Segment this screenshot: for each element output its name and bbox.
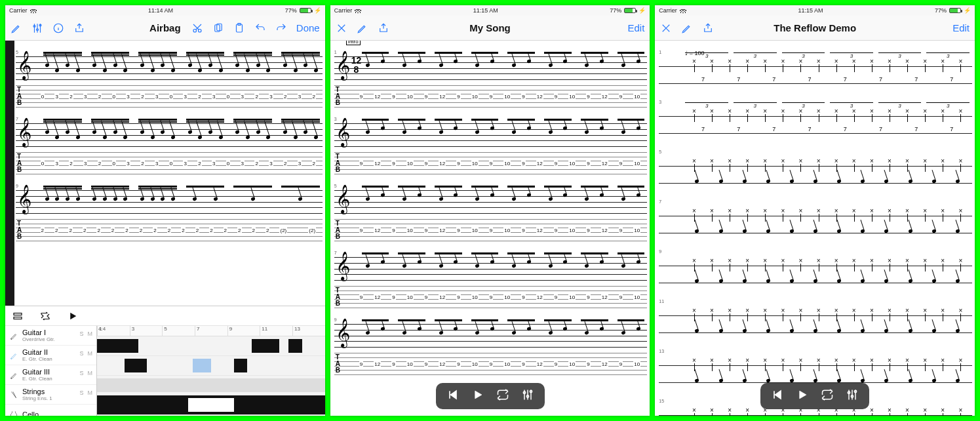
drum-staff: ♩ = 100333333×××××××××××××××× (659, 59, 972, 73)
section-icon[interactable] (12, 310, 24, 322)
x-notehead: × (692, 257, 696, 264)
solo-button[interactable]: S (79, 331, 83, 337)
notehead (861, 179, 865, 184)
pencil-icon[interactable] (681, 22, 693, 34)
timeline[interactable]: 4:4 135791113 (97, 326, 325, 416)
notehead (766, 179, 770, 184)
timeline-lane[interactable] (97, 376, 325, 395)
tab-staff: TAB 912910912910910912910912910 (334, 353, 648, 375)
play-icon[interactable] (471, 388, 484, 404)
mute-button[interactable]: M (88, 331, 93, 337)
mixer-icon[interactable] (521, 388, 534, 404)
music-system: 7×××××××××××××××× (659, 194, 972, 240)
mute-button[interactable]: M (88, 350, 93, 357)
x-notehead: × (888, 307, 892, 314)
track-row[interactable]: StringsString Ens. 1 SM (5, 385, 96, 405)
x-notehead: × (799, 257, 803, 264)
track-row[interactable]: Cello (5, 405, 96, 416)
x-notehead: × (745, 407, 749, 414)
staff: 𝄞 128 (334, 56, 648, 80)
close-icon[interactable] (336, 22, 347, 34)
music-system: 1 Intro 𝄞 128 (334, 45, 648, 108)
track-row[interactable]: Guitar IIIE. Gtr. Clean SM (5, 365, 96, 385)
device-1: Carrier 11:14 AM 77% ⚡ Airbag Done (5, 5, 325, 416)
mute-button[interactable]: M (88, 390, 93, 396)
x-notehead: × (728, 207, 732, 214)
play-icon[interactable] (67, 310, 79, 322)
edit-button[interactable]: Edit (952, 22, 970, 33)
solo-button[interactable]: S (79, 370, 83, 376)
x-notehead: × (745, 257, 749, 264)
edit-button[interactable]: Edit (627, 22, 644, 33)
navbar: My Song Edit (330, 16, 650, 41)
close-icon[interactable] (660, 22, 672, 34)
track-headers: Guitar IOverdrive Gtr. SM Guitar IIE. Gt… (5, 326, 97, 416)
loop-icon[interactable] (821, 388, 834, 404)
x-notehead: × (817, 307, 821, 314)
charging-icon: ⚡ (314, 7, 321, 14)
x-notehead: × (941, 207, 945, 214)
cut-icon[interactable] (191, 22, 203, 34)
info-icon[interactable] (52, 22, 64, 34)
notehead (813, 279, 817, 283)
mute-button[interactable]: M (88, 370, 93, 376)
timeline-lane[interactable] (97, 395, 325, 415)
redo-icon[interactable] (275, 22, 287, 34)
score-gutter (5, 41, 14, 306)
share-icon[interactable] (702, 22, 714, 34)
mixer-icon[interactable] (31, 22, 43, 34)
x-notehead: × (781, 207, 785, 214)
wifi-icon (30, 8, 37, 13)
track-row[interactable]: Guitar IOverdrive Gtr. SM (5, 326, 96, 346)
loop-icon[interactable] (39, 310, 51, 322)
x-notehead: × (817, 157, 821, 165)
x-notehead: × (941, 357, 945, 364)
solo-button[interactable]: S (79, 390, 83, 396)
timeline-lane[interactable] (97, 336, 325, 356)
paste-icon[interactable] (233, 22, 245, 34)
selected-clip (193, 359, 211, 372)
timeline-lane[interactable] (97, 356, 325, 376)
rest-value: 7 (879, 76, 882, 83)
share-icon[interactable] (73, 22, 85, 34)
prev-icon[interactable] (771, 388, 784, 404)
score-canvas[interactable]: 1♩ = 100333333××××××××××××××××7777777733… (655, 41, 975, 416)
track-row[interactable]: Guitar IIE. Gtr. Clean SM (5, 346, 96, 365)
pencil-icon[interactable] (10, 22, 22, 34)
rest-value: 7 (914, 126, 918, 132)
music-system: 1♩ = 100333333××××××××××××××××77777777 (659, 45, 972, 90)
pencil-icon[interactable] (357, 22, 368, 34)
play-icon[interactable] (796, 388, 809, 404)
x-notehead: × (852, 108, 856, 115)
notehead (931, 179, 936, 184)
notehead (742, 378, 747, 383)
x-notehead: × (888, 357, 892, 364)
done-button[interactable]: Done (296, 22, 320, 33)
treble-clef-icon: 𝄞 (336, 53, 350, 77)
x-notehead: × (728, 357, 732, 364)
drum-staff: ×××××××××××××××× (659, 358, 972, 372)
staff: 𝄞 (334, 190, 648, 214)
copy-icon[interactable] (212, 22, 224, 34)
score-canvas[interactable]: 1 Intro 𝄞 128 (330, 41, 650, 416)
notehead (884, 229, 889, 233)
timeline-timesig: 4:4 (98, 326, 106, 332)
battery-icon (624, 8, 636, 13)
mixer-icon[interactable] (846, 388, 859, 404)
undo-icon[interactable] (254, 22, 266, 34)
rest-value: 7 (879, 126, 882, 132)
status-bar: Carrier 11:14 AM 77% ⚡ (5, 5, 325, 16)
battery-pct: 77% (285, 7, 297, 14)
score-canvas[interactable]: 5 𝄞 TAB 03232032303230323232 (5, 41, 325, 306)
prev-icon[interactable] (446, 388, 460, 404)
solo-button[interactable]: S (79, 350, 83, 357)
notehead (955, 329, 960, 333)
x-notehead: × (763, 157, 767, 165)
x-notehead: × (728, 58, 732, 65)
notehead (718, 229, 723, 233)
loop-icon[interactable] (496, 388, 509, 404)
x-notehead: × (834, 257, 838, 264)
share-icon[interactable] (378, 22, 389, 34)
battery-pct: 77% (610, 7, 621, 14)
x-notehead: × (745, 58, 749, 65)
